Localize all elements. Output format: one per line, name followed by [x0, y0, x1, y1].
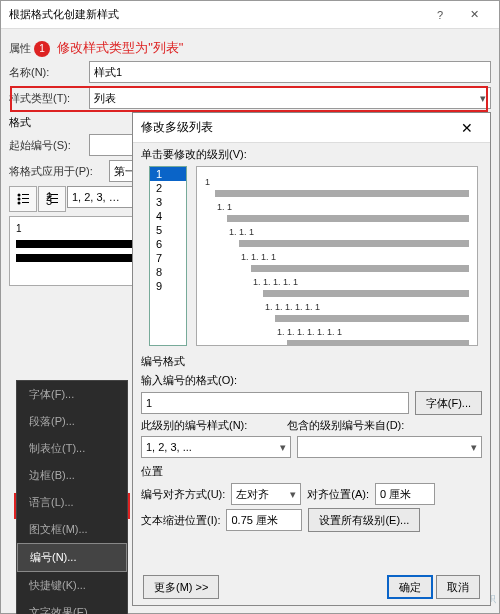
level-8[interactable]: 8 [150, 265, 186, 279]
menu-text-effects[interactable]: 文字效果(E)... [17, 599, 127, 614]
indent-label: 文本缩进位置(I): [141, 513, 220, 528]
level-1[interactable]: 1 [150, 167, 186, 181]
include-select[interactable] [297, 436, 482, 458]
enter-format-label: 输入编号的格式(O): [141, 373, 237, 388]
svg-text:3: 3 [46, 195, 52, 206]
svg-rect-5 [22, 202, 29, 203]
svg-rect-1 [22, 194, 29, 195]
level-6[interactable]: 6 [150, 237, 186, 251]
annotation-badge: 1 [34, 41, 50, 57]
menu-frame[interactable]: 图文框(M)... [17, 516, 127, 543]
enter-format-input[interactable] [141, 392, 409, 414]
numstyle-label: 此级别的编号样式(N): [141, 418, 281, 433]
apply-to-label: 将格式应用于(P): [9, 164, 109, 179]
svg-point-4 [18, 202, 21, 205]
include-label: 包含的级别编号来自(D): [287, 418, 404, 433]
sub-title-text: 修改多级列表 [141, 119, 452, 136]
indent-input[interactable] [226, 509, 302, 531]
font-button[interactable]: 字体(F)... [415, 391, 482, 415]
alignpos-input[interactable] [375, 483, 435, 505]
format-menu: 字体(F)... 段落(P)... 制表位(T)... 边框(B)... 语言(… [16, 380, 128, 614]
level-3[interactable]: 3 [150, 195, 186, 209]
cancel-button[interactable]: 取消 [436, 575, 480, 599]
main-titlebar: 根据格式化创建新样式 ? ✕ [1, 1, 499, 29]
menu-numbering[interactable]: 编号(N)... [17, 543, 127, 572]
svg-point-2 [18, 198, 21, 201]
name-input[interactable] [89, 61, 491, 83]
level-list[interactable]: 1 2 3 4 5 6 7 8 9 [149, 166, 187, 346]
name-label: 名称(N): [9, 65, 89, 80]
menu-tabs[interactable]: 制表位(T)... [17, 435, 127, 462]
numstyle-select[interactable]: 1, 2, 3, ... [141, 436, 291, 458]
svg-rect-11 [51, 202, 58, 203]
multilevel-dialog: 修改多级列表 ✕ 单击要修改的级别(V): 1 2 3 4 5 6 7 8 9 … [132, 112, 491, 606]
level-preview: 1 1. 1 1. 1. 1 1. 1. 1. 1 1. 1. 1. 1. 1 … [196, 166, 478, 346]
bullet-style-btn[interactable] [9, 186, 37, 212]
menu-paragraph[interactable]: 段落(P)... [17, 408, 127, 435]
ok-button[interactable]: 确定 [387, 575, 433, 599]
position-label: 位置 [141, 464, 482, 479]
close-button[interactable]: ✕ [457, 1, 491, 29]
level-9[interactable]: 9 [150, 279, 186, 293]
properties-label: 属性 1 修改样式类型为"列表" [9, 39, 491, 57]
type-highlight-box [10, 86, 488, 112]
level-4[interactable]: 4 [150, 209, 186, 223]
svg-point-0 [18, 194, 21, 197]
menu-font[interactable]: 字体(F)... [17, 381, 127, 408]
start-num-label: 起始编号(S): [9, 138, 89, 153]
help-button[interactable]: ? [423, 1, 457, 29]
svg-rect-3 [22, 198, 29, 199]
align-label: 编号对齐方式(U): [141, 487, 225, 502]
menu-border[interactable]: 边框(B)... [17, 462, 127, 489]
sub-bottom-bar: 更多(M) >> 确定 取消 [133, 575, 490, 599]
sub-titlebar: 修改多级列表 ✕ [133, 113, 490, 143]
alignpos-label: 对齐位置(A): [307, 487, 369, 502]
align-select[interactable]: 左对齐 [231, 483, 301, 505]
level-label: 单击要修改的级别(V): [141, 147, 482, 162]
main-title: 根据格式化创建新样式 [9, 7, 423, 22]
number-style-btn[interactable]: 123 [38, 186, 66, 212]
menu-language[interactable]: 语言(L)... [17, 489, 127, 516]
more-button[interactable]: 更多(M) >> [143, 575, 219, 599]
annotation-text: 修改样式类型为"列表" [57, 40, 183, 55]
level-5[interactable]: 5 [150, 223, 186, 237]
sub-close-button[interactable]: ✕ [452, 120, 482, 136]
level-7[interactable]: 7 [150, 251, 186, 265]
numformat-label: 编号格式 [141, 354, 482, 369]
level-2[interactable]: 2 [150, 181, 186, 195]
setall-button[interactable]: 设置所有级别(E)... [308, 508, 420, 532]
menu-shortcut[interactable]: 快捷键(K)... [17, 572, 127, 599]
